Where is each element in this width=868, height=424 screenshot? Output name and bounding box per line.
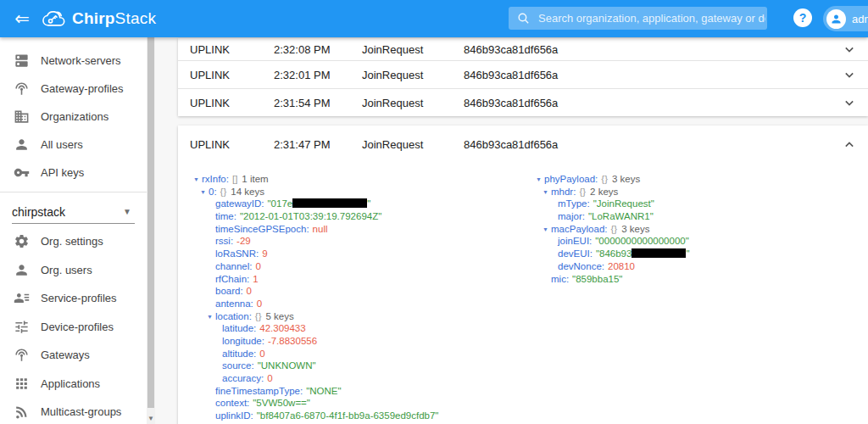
key-icon — [14, 165, 30, 181]
event-type: UPLINK — [190, 138, 274, 151]
search-input[interactable] — [537, 11, 767, 25]
sidebar-item-label: Gateways — [41, 349, 90, 361]
chevron-down-icon[interactable] — [841, 66, 858, 83]
json-key: altitude: — [222, 349, 256, 359]
json-key: rxInfo: — [202, 174, 229, 184]
tree-collapse-icon[interactable]: ▼ — [542, 224, 551, 237]
json-key: location: — [215, 311, 252, 321]
json-value: 0 — [257, 298, 262, 309]
sidebar: Network-serversGateway-profilesOrganizat… — [0, 37, 147, 424]
scrollbar-thumb[interactable] — [147, 37, 154, 408]
json-tree-line: rssi:-29 — [193, 235, 438, 248]
sidebar-divider — [0, 192, 147, 192]
sidebar-item-service-profiles[interactable]: Service-profiles — [0, 284, 147, 313]
json-value: "2012-01-01T03:39:19.792694Z" — [240, 211, 381, 221]
json-tree-line: board:0 — [193, 285, 438, 298]
json-key: board: — [215, 286, 243, 296]
json-key: devNonce: — [558, 261, 604, 271]
json-key: rssi: — [215, 236, 233, 246]
json-key: accuracy: — [222, 373, 264, 383]
sidebar-scrollbar[interactable]: ▼ — [147, 37, 155, 424]
wifi-tethering-icon — [14, 347, 30, 363]
sidebar-item-label: Network-servers — [41, 54, 121, 67]
chevron-up-icon[interactable] — [841, 137, 858, 153]
json-key: longitude: — [222, 336, 264, 346]
json-value: null — [313, 224, 328, 234]
json-tree-line: fineTimestampType:"NONE" — [193, 385, 438, 398]
json-bracket: {} — [579, 187, 586, 197]
sidebar-item-organizations[interactable]: Organizations — [0, 103, 147, 131]
sidebar-item-all-users[interactable]: All users — [0, 131, 147, 159]
sidebar-item-network-servers[interactable]: Network-servers — [0, 47, 147, 75]
event-row[interactable]: UPLINK2:32:01 PMJoinRequest846b93ca81df6… — [178, 60, 868, 88]
json-tree-line: context:"5VW50w==" — [193, 397, 438, 410]
json-key: 0: — [209, 187, 217, 197]
event-row[interactable]: UPLINK2:31:54 PMJoinRequest846b93ca81df6… — [178, 88, 868, 116]
json-tree-line: ▼macPayload:{}3 keys — [536, 223, 689, 236]
json-value: 0 — [255, 261, 260, 271]
json-key: timeSinceGPSEpoch: — [215, 224, 309, 234]
sidebar-item-org-users[interactable]: Org. users — [0, 256, 147, 285]
sidebar-item-gateways[interactable]: Gateways — [0, 341, 147, 370]
chevron-down-icon[interactable] — [841, 94, 858, 111]
tree-collapse-icon[interactable]: ▼ — [200, 187, 209, 199]
sidebar-item-label: Applications — [41, 377, 100, 390]
json-value: 42.309433 — [259, 323, 305, 333]
json-tree-line: mType:"JoinRequest" — [536, 198, 689, 210]
chevron-down-icon[interactable] — [841, 41, 858, 58]
sidebar-item-device-profiles[interactable]: Device-profiles — [0, 313, 147, 342]
organization-select[interactable]: chirpstack ▼ — [12, 200, 135, 224]
json-key: devEUI: — [558, 248, 593, 259]
json-bracket: {} — [255, 311, 262, 321]
tree-collapse-icon[interactable]: ▼ — [193, 174, 202, 187]
brand[interactable]: ChirpStack — [40, 8, 156, 30]
json-tree-line: altitude:0 — [193, 348, 438, 360]
search-box — [509, 7, 767, 30]
json-bracket: [] — [232, 174, 237, 184]
event-frames-panel: UPLINK2:32:08 PMJoinRequest846b93ca81df6… — [155, 37, 868, 424]
sidebar-item-org-settings[interactable]: Org. settings — [0, 227, 147, 256]
sidebar-item-api-keys[interactable]: API keys — [0, 159, 147, 187]
json-tree-line: devNonce:20810 — [536, 260, 689, 273]
event-name: JoinRequest — [362, 138, 464, 151]
json-tree-line: devEUI:"846b93" — [536, 248, 689, 260]
event-row[interactable]: UPLINK2:32:08 PMJoinRequest846b93ca81df6… — [178, 38, 868, 60]
search-icon — [516, 11, 531, 25]
json-child-count: 5 keys — [266, 311, 294, 321]
collapse-sidebar-icon[interactable]: ⇐ — [11, 0, 33, 37]
json-value: -7.8830556 — [268, 336, 317, 346]
expanded-event-card: UPLINK2:31:47 PMJoinRequest846b93ca81df6… — [178, 126, 868, 424]
json-tree-line: loRaSNR:9 — [193, 248, 438, 260]
json-tree-line: ▼location:{}5 keys — [193, 310, 438, 323]
chirpstack-logo-icon — [40, 8, 66, 30]
scrollbar-down-arrow-icon[interactable]: ▼ — [147, 415, 155, 422]
json-child-count: 2 keys — [590, 187, 618, 197]
json-key: context: — [215, 398, 249, 408]
event-time: 2:32:01 PM — [274, 69, 362, 81]
user-menu[interactable]: admin — [823, 6, 868, 31]
tree-collapse-icon[interactable]: ▼ — [536, 174, 544, 187]
event-name: JoinRequest — [362, 97, 464, 109]
json-value: 9 — [262, 248, 267, 259]
tree-collapse-icon[interactable]: ▼ — [207, 311, 215, 324]
json-key: gatewayID: — [215, 198, 264, 209]
json-value: 1 — [253, 274, 258, 284]
sidebar-item-applications[interactable]: Applications — [0, 370, 147, 399]
sidebar-item-gateway-profiles[interactable]: Gateway-profiles — [0, 75, 147, 103]
tree-collapse-icon[interactable]: ▼ — [542, 187, 551, 199]
json-key: fineTimestampType: — [215, 386, 303, 396]
json-value: 20810 — [608, 261, 635, 271]
json-value-close-quote: " — [686, 248, 689, 259]
sidebar-item-label: Multicast-groups — [41, 405, 121, 418]
event-row[interactable]: UPLINK2:31:47 PMJoinRequest846b93ca81df6… — [178, 126, 868, 164]
help-button[interactable]: ? — [793, 8, 812, 27]
json-key: latitude: — [222, 323, 256, 333]
json-key: uplinkID: — [215, 410, 253, 421]
sidebar-item-multicast-groups[interactable]: Multicast-groups — [0, 398, 147, 424]
json-tree-line: major:"LoRaWANR1" — [536, 210, 689, 223]
json-child-count: 14 keys — [231, 187, 264, 197]
event-device-id: 846b93ca81df656a — [464, 43, 831, 56]
json-value: "UNKNOWN" — [258, 360, 316, 371]
assignment-icon — [14, 290, 30, 306]
person-icon — [14, 262, 30, 278]
